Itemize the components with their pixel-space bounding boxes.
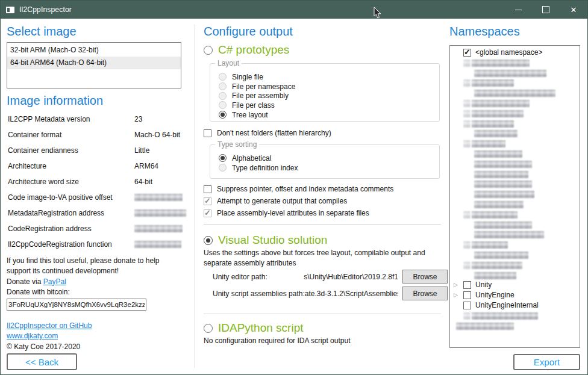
compilable-output-checkbox: Attempt to generate output that compiles xyxy=(204,197,347,205)
info-row: IL2CPP Metadata version 23 xyxy=(8,115,183,123)
info-value: Mach-O 64-bit xyxy=(134,131,180,139)
browse-editor-button[interactable]: Browse xyxy=(402,270,448,284)
redacted-checkbox xyxy=(463,140,471,147)
namespaces-tree[interactable]: <global namespace> ▷ Unity ▷ UnityEngine… xyxy=(449,45,580,348)
browse-assemblies-button[interactable]: Browse xyxy=(402,287,448,300)
redacted-namespace-text xyxy=(474,161,532,168)
checkbox-label: Attempt to generate output that compiles xyxy=(217,197,347,205)
layout-option-file-per-namespace: File per namespace xyxy=(219,82,439,91)
info-value-redacted xyxy=(134,225,183,232)
redacted-checkbox xyxy=(463,100,471,107)
flatten-hierarchy-checkbox[interactable]: Don't nest folders (flatten hierarchy) xyxy=(204,129,331,137)
namespace-item-redacted xyxy=(450,190,580,200)
namespace-item-redacted xyxy=(450,129,580,139)
unityengineinternal-checkbox[interactable] xyxy=(463,302,471,309)
info-value-redacted xyxy=(134,209,186,217)
layout-option-tree-layout[interactable]: Tree layout xyxy=(219,110,439,120)
redacted-checkbox xyxy=(463,79,471,87)
option-label: Alphabetical xyxy=(232,154,271,163)
maximize-button[interactable] xyxy=(532,1,560,19)
type-sorting-alphabetical[interactable]: Alphabetical xyxy=(219,153,439,163)
namespace-label: <global namespace> xyxy=(475,48,542,57)
info-value-redacted xyxy=(134,194,183,201)
bitcoin-address-input[interactable] xyxy=(7,299,146,311)
redacted-namespace-text xyxy=(474,272,516,279)
unityengine-checkbox[interactable] xyxy=(463,291,471,299)
redacted-checkbox xyxy=(463,110,471,117)
app-icon xyxy=(6,7,14,13)
redacted-checkbox xyxy=(463,241,471,249)
csharp-prototypes-radio[interactable]: C# prototypes xyxy=(204,43,289,57)
info-value: Little xyxy=(134,146,149,155)
namespace-item-redacted xyxy=(450,240,580,250)
close-button[interactable]: ✕ xyxy=(560,1,587,19)
namespace-label: UnityEngineInternal xyxy=(475,301,539,309)
option-label: Tree layout xyxy=(232,111,268,119)
donate-paypal-line: Donate via PayPal xyxy=(7,277,160,287)
redacted-namespace-text xyxy=(472,211,518,218)
redacted-namespace-text xyxy=(474,171,528,178)
radio-icon xyxy=(204,236,213,245)
unity-checkbox[interactable] xyxy=(463,281,471,289)
namespace-item-unityengine[interactable]: ▷ UnityEngine xyxy=(450,291,580,301)
visual-studio-solution-radio[interactable]: Visual Studio solution xyxy=(204,234,327,247)
idapython-script-radio[interactable]: IDAPython script xyxy=(204,321,304,335)
website-link[interactable]: www.djkaty.com xyxy=(7,332,58,340)
redacted-namespace-text xyxy=(474,222,532,229)
expander-icon[interactable]: ▷ xyxy=(454,282,458,288)
global-namespace-checkbox[interactable] xyxy=(463,49,471,57)
info-row: Container endianness Little xyxy=(8,146,183,155)
info-row: MetadataRegistration address xyxy=(8,209,183,217)
info-label: Architecture xyxy=(8,162,46,170)
radio-icon xyxy=(219,73,227,81)
redacted-namespace-text xyxy=(456,323,514,330)
csharp-prototypes-label: C# prototypes xyxy=(218,43,289,57)
donate-block: If you find this tool useful, please don… xyxy=(7,256,160,352)
select-image-heading: Select image xyxy=(7,25,77,39)
radio-icon xyxy=(219,101,227,109)
redacted-checkbox xyxy=(463,211,471,218)
visual-studio-solution-label: Visual Studio solution xyxy=(218,234,327,247)
minimize-icon xyxy=(515,10,522,10)
type-sorting-groupbox: Type sorting Alphabetical Type definitio… xyxy=(210,144,440,179)
namespace-item-redacted xyxy=(450,271,580,281)
image-list-item[interactable]: 32-bit ARM (Mach-O 32-bit) xyxy=(7,44,181,57)
redacted-namespace-text xyxy=(474,252,528,259)
minimize-button[interactable] xyxy=(504,1,532,19)
paypal-link[interactable]: PayPal xyxy=(43,277,66,286)
namespace-item-redacted xyxy=(450,119,580,129)
namespace-item-unity[interactable]: ▷ Unity xyxy=(450,280,580,291)
namespace-item-redacted xyxy=(450,58,580,69)
expander-icon[interactable]: ▷ xyxy=(454,292,458,298)
layout-option-single-file: Single file xyxy=(219,72,439,82)
namespace-item-redacted xyxy=(450,321,580,332)
suppress-comments-checkbox[interactable]: Suppress pointer, offset and index metad… xyxy=(204,185,393,193)
export-button[interactable]: Export xyxy=(513,354,580,370)
back-button[interactable]: << Back xyxy=(7,353,77,370)
redacted-namespace-text xyxy=(472,79,514,87)
redacted-checkbox xyxy=(463,312,471,320)
namespace-item-redacted xyxy=(450,109,580,119)
radio-icon xyxy=(219,164,227,172)
redacted-checkbox xyxy=(463,120,471,128)
image-list-item-selected[interactable]: 64-bit ARM64 (Mach-O 64-bit) xyxy=(7,57,181,69)
redacted-namespace-text xyxy=(472,140,505,147)
namespace-item-redacted xyxy=(450,179,580,190)
titlebar: Il2CppInspector ✕ xyxy=(1,1,587,19)
redacted-namespace-text xyxy=(472,312,538,320)
redacted-namespace-text xyxy=(474,191,534,198)
namespace-item-redacted xyxy=(450,78,580,88)
info-label: Code image-to-VA positive offset xyxy=(8,193,113,202)
image-listbox[interactable]: 32-bit ARM (Mach-O 32-bit) 64-bit ARM64 … xyxy=(7,42,181,88)
info-label: Il2CppCodeRegistration function xyxy=(8,240,112,249)
namespace-item-redacted xyxy=(450,311,580,321)
namespace-item-redacted xyxy=(450,160,580,170)
namespace-item-global[interactable]: <global namespace> xyxy=(450,48,580,58)
info-row: CodeRegistration address xyxy=(8,225,183,233)
paypal-prefix: Donate via xyxy=(7,277,43,286)
namespace-item-unityengineinternal[interactable]: UnityEngineInternal xyxy=(450,301,580,311)
info-value: 64-bit xyxy=(134,178,152,186)
github-link[interactable]: Il2CppInspector on GitHub xyxy=(7,321,92,330)
maximize-icon xyxy=(542,6,549,13)
vs-description: Uses the settings above but forces tree … xyxy=(204,248,425,268)
